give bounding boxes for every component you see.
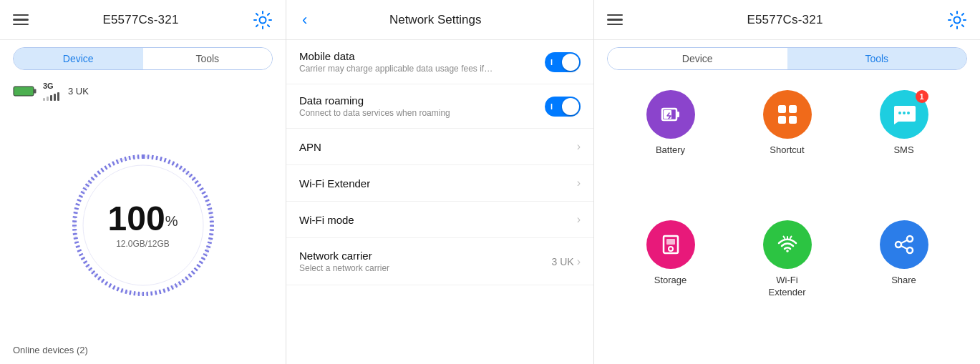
data-roaming-row: Data roaming Connect to data services wh… [286,84,593,129]
sms-badge: 1 [916,90,928,103]
mobile-data-content: Mobile data Carrier may charge applicabl… [299,50,545,74]
apn-content: APN [299,141,577,153]
tool-share[interactable]: Share [849,220,959,350]
network-type: 3G [43,82,54,90]
carrier-left: 3 UK [68,86,89,97]
svg-point-17 [907,112,910,114]
svg-rect-9 [676,112,679,117]
data-roaming-content: Data roaming Connect to data services wh… [299,94,545,118]
mobile-data-toggle[interactable]: I [545,52,581,72]
wifi-extender-content: Wi-Fi Extender [299,177,577,190]
svg-rect-14 [789,116,797,124]
storage-label: Storage [654,275,687,285]
svg-point-15 [898,112,901,114]
apn-right: › [577,140,581,153]
svg-line-24 [783,237,785,239]
battery-label: Battery [656,144,685,155]
left-panel: E5577Cs-321 Device Tools 3G 3 UK [0,0,286,364]
circle-container: 100% 12.0GB/12GB [0,104,286,339]
signal-bars-icon [43,91,59,101]
wifi-mode-label: Wi-Fi mode [299,214,577,226]
battery-tool-icon [658,102,684,127]
usage-center: 100% 12.0GB/12GB [108,202,178,249]
battery-icon [13,85,37,97]
signal-row: 3G 3 UK [0,76,286,104]
wifi-extender-row[interactable]: Wi-Fi Extender › [286,165,593,202]
wifi-extender-label: Wi-Fi Extender [299,177,577,190]
right-panel: E5577Cs-321 Device Tools Battery [594,0,980,364]
sms-tool-icon [891,102,917,127]
percent-value: 100 [108,200,165,237]
wifi-extender-right: › [577,177,581,190]
tool-storage[interactable]: Storage [616,220,725,350]
hamburger-icon-right[interactable] [607,14,623,26]
shortcut-label: Shortcut [770,144,804,155]
svg-rect-19 [666,239,675,245]
mobile-data-desc: Carrier may charge applicable data usage… [299,64,545,74]
network-carrier-row[interactable]: Network carrier Select a network carrier… [286,238,593,285]
svg-point-16 [903,112,906,114]
online-devices: Online devices (2) [0,339,286,364]
wifi-ext-icon-wrap [763,220,812,269]
right-header: E5577Cs-321 [594,0,980,40]
wifi-extender-arrow: › [577,177,581,190]
svg-line-29 [901,246,907,249]
svg-rect-2 [34,89,37,94]
tab-tools-right[interactable]: Tools [787,48,967,69]
share-tool-icon [891,232,917,257]
sms-label: SMS [893,144,913,155]
share-icon-wrap [880,220,928,269]
shortcut-tool-icon [775,102,800,127]
left-header: E5577Cs-321 [0,0,286,40]
tab-device-left[interactable]: Device [14,48,143,69]
network-carrier-sub: Select a network carrier [299,263,552,273]
gear-icon[interactable] [253,10,273,30]
settings-header: ‹ Network Settings [286,0,593,40]
network-carrier-right: 3 UK › [552,255,581,268]
data-usage: 12.0GB/12GB [108,239,178,249]
left-tabs: Device Tools [13,47,273,70]
hamburger-icon[interactable] [13,14,29,26]
data-roaming-toggle[interactable]: I [545,97,581,117]
apn-row[interactable]: APN › [286,129,593,165]
svg-point-0 [259,16,266,23]
percent-symbol: % [165,212,178,228]
back-icon[interactable]: ‹ [299,11,310,29]
settings-title: Network Settings [310,13,561,27]
tab-tools-left[interactable]: Tools [143,48,273,69]
network-carrier-content: Network carrier Select a network carrier [299,250,552,273]
network-carrier-arrow: › [577,255,581,268]
right-title: E5577Cs-321 [747,13,823,27]
svg-point-25 [907,236,913,242]
svg-point-21 [786,250,789,252]
tool-battery[interactable]: Battery [616,90,725,206]
wifi-extender-tool-label: Wi-FiExtender [768,275,805,299]
storage-tool-icon [658,232,684,257]
tool-wifi-extender[interactable]: Wi-FiExtender [732,220,842,350]
gear-icon-right[interactable] [947,10,967,30]
tab-device-right[interactable]: Device [608,48,787,69]
wifi-mode-right: › [577,213,581,226]
svg-rect-11 [778,105,786,113]
wifi-mode-row[interactable]: Wi-Fi mode › [286,202,593,238]
tool-sms[interactable]: 1 SMS [849,90,959,206]
left-title: E5577Cs-321 [102,13,178,27]
svg-line-28 [901,240,907,243]
svg-rect-3 [14,87,33,95]
svg-rect-12 [789,105,797,113]
tools-grid: Battery Shortcut 1 [594,76,980,364]
right-tabs: Device Tools [607,47,967,70]
svg-line-23 [790,237,792,239]
svg-point-26 [896,242,901,247]
wifi-mode-content: Wi-Fi mode [299,214,577,226]
svg-rect-13 [778,116,786,124]
mobile-data-label: Mobile data [299,50,545,62]
share-label: Share [891,275,916,285]
shortcut-icon-wrap [763,90,812,139]
network-carrier-label: Network carrier [299,250,552,262]
svg-point-27 [907,247,913,253]
tool-shortcut[interactable]: Shortcut [732,90,842,206]
network-carrier-value: 3 UK [552,256,574,267]
middle-panel: ‹ Network Settings Mobile data Carrier m… [286,0,594,364]
mobile-data-row: Mobile data Carrier may charge applicabl… [286,40,593,84]
